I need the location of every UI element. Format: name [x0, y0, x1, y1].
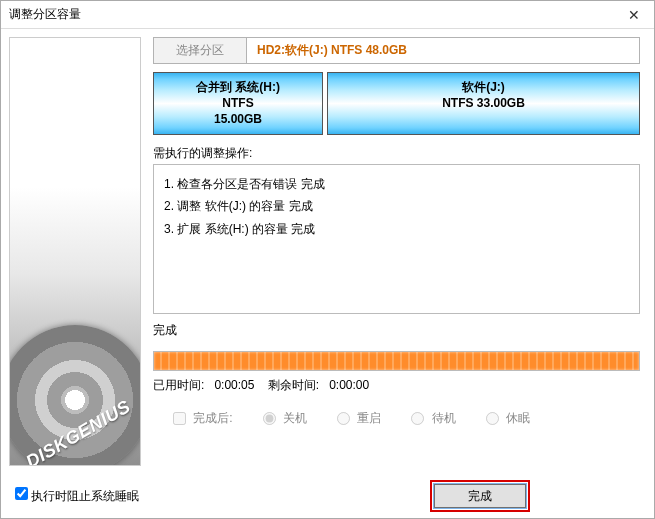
- main-panel: 选择分区 HD2:软件(J:) NTFS 48.0GB 合并到 系统(H:) N…: [149, 29, 654, 474]
- footer: 执行时阻止系统睡眠 完成: [1, 474, 654, 518]
- partition-a-title: 合并到 系统(H:): [156, 79, 320, 95]
- disk-info-label: HD2:软件(J:) NTFS 48.0GB: [247, 37, 640, 63]
- hdd-illustration: DISKGENIUS: [9, 37, 141, 466]
- partition-b-size: NTFS 33.00GB: [330, 95, 637, 111]
- radio-hibernate[interactable]: 休眠: [486, 410, 530, 427]
- radio-hibernate-input[interactable]: [486, 412, 499, 425]
- operation-step: 3. 扩展 系统(H:) 的容量 完成: [164, 218, 629, 241]
- prevent-sleep-checkbox[interactable]: 执行时阻止系统睡眠: [15, 487, 139, 505]
- after-complete-label: 完成后:: [193, 411, 232, 425]
- tab-select-partition[interactable]: 选择分区: [153, 37, 247, 63]
- finish-button-highlight: 完成: [430, 480, 530, 512]
- status-text: 完成: [153, 322, 640, 339]
- progress-fill: [154, 352, 639, 370]
- time-line: 已用时间: 0:00:05 剩余时间: 0:00:00: [153, 377, 640, 394]
- operations-label: 需执行的调整操作:: [153, 145, 640, 162]
- after-complete-check-input[interactable]: [173, 412, 186, 425]
- partition-box-merge-target[interactable]: 合并到 系统(H:) NTFS 15.00GB: [153, 72, 323, 135]
- after-complete-row: 完成后: 关机 重启 待机 休眠: [153, 410, 640, 427]
- operation-step: 1. 检查各分区是否有错误 完成: [164, 173, 629, 196]
- operations-list: 1. 检查各分区是否有错误 完成 2. 调整 软件(J:) 的容量 完成 3. …: [153, 164, 640, 314]
- radio-standby-input[interactable]: [411, 412, 424, 425]
- progress-bar: [153, 351, 640, 371]
- tabs-row: 选择分区 HD2:软件(J:) NTFS 48.0GB: [153, 37, 640, 64]
- remain-value: 0:00:00: [329, 378, 369, 392]
- window-title: 调整分区容量: [9, 6, 622, 23]
- radio-shutdown[interactable]: 关机: [263, 410, 307, 427]
- partition-a-size: 15.00GB: [156, 111, 320, 127]
- radio-standby[interactable]: 待机: [411, 410, 455, 427]
- prevent-sleep-input[interactable]: [15, 487, 28, 500]
- titlebar: 调整分区容量 ✕: [1, 1, 654, 29]
- elapsed-value: 0:00:05: [214, 378, 254, 392]
- radio-shutdown-input[interactable]: [263, 412, 276, 425]
- radio-reboot[interactable]: 重启: [337, 410, 381, 427]
- finish-button[interactable]: 完成: [434, 484, 526, 508]
- sidebar: DISKGENIUS: [1, 29, 149, 474]
- operation-step: 2. 调整 软件(J:) 的容量 完成: [164, 195, 629, 218]
- radio-reboot-input[interactable]: [337, 412, 350, 425]
- close-icon[interactable]: ✕: [622, 7, 646, 23]
- after-complete-checkbox[interactable]: 完成后:: [173, 410, 233, 427]
- dialog-window: 调整分区容量 ✕ DISKGENIUS 选择分区 HD2:软件(J:) NTFS…: [0, 0, 655, 519]
- dialog-body: DISKGENIUS 选择分区 HD2:软件(J:) NTFS 48.0GB 合…: [1, 29, 654, 474]
- partition-visual-row: 合并到 系统(H:) NTFS 15.00GB 软件(J:) NTFS 33.0…: [153, 72, 640, 135]
- prevent-sleep-label: 执行时阻止系统睡眠: [31, 489, 139, 503]
- remain-label: 剩余时间:: [268, 378, 319, 392]
- partition-box-source[interactable]: 软件(J:) NTFS 33.00GB: [327, 72, 640, 135]
- partition-b-title: 软件(J:): [330, 79, 637, 95]
- partition-a-fs: NTFS: [156, 95, 320, 111]
- elapsed-label: 已用时间:: [153, 378, 204, 392]
